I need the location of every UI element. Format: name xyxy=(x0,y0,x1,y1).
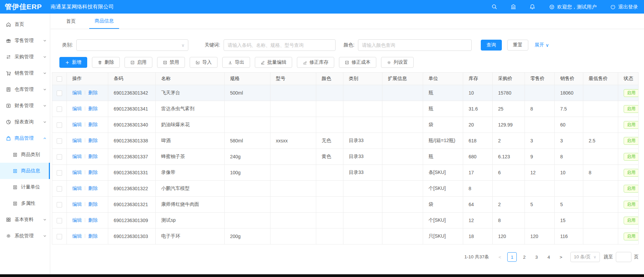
row-checkbox[interactable] xyxy=(57,170,62,176)
sidebar-item-attributes[interactable]: 多属性 xyxy=(0,195,50,212)
tab-product-info[interactable]: 商品信息 xyxy=(89,14,119,29)
keyword-input[interactable] xyxy=(224,39,336,51)
cell-model xyxy=(270,101,316,117)
prev-page-button[interactable]: < xyxy=(495,252,505,262)
row-checkbox[interactable] xyxy=(57,154,62,160)
cell-ext xyxy=(382,197,423,213)
page-button-2[interactable]: 2 xyxy=(519,252,529,262)
sidebar-item-sales[interactable]: 销售管理 xyxy=(0,65,50,81)
delete-link[interactable]: 删除 xyxy=(88,233,98,239)
delete-link[interactable]: 删除 xyxy=(88,90,98,95)
cell-actions: 编辑删除 xyxy=(67,165,108,181)
cell-min-price xyxy=(583,117,618,133)
cell-retail-price xyxy=(525,117,555,133)
cell-unit: 袋 xyxy=(423,117,463,133)
page-button-1[interactable]: 1 xyxy=(507,252,517,262)
edit-link[interactable]: 编辑 xyxy=(72,170,82,175)
cell-purchase-price: 120 xyxy=(493,229,525,244)
row-checkbox[interactable] xyxy=(57,234,62,239)
row-checkbox[interactable] xyxy=(57,122,62,128)
cell-stock: 8 xyxy=(463,181,493,197)
delete-link[interactable]: 删除 xyxy=(88,201,98,207)
logout-text: 退出登录 xyxy=(618,4,638,10)
delete-link[interactable]: 删除 xyxy=(88,185,98,191)
sidebar-item-finance[interactable]: 财务管理 xyxy=(0,98,50,114)
reset-button[interactable]: 重置 xyxy=(507,40,528,51)
edit-link[interactable]: 编辑 xyxy=(72,122,82,127)
delete-link[interactable]: 删除 xyxy=(88,154,98,159)
row-checkbox[interactable] xyxy=(57,106,62,112)
sidebar-item-products[interactable]: 商品管理 xyxy=(0,130,50,146)
edit-link[interactable]: 编辑 xyxy=(72,233,82,239)
fix-stock-button[interactable]: 修正库存 xyxy=(297,57,334,68)
sidebar-item-home[interactable]: 首页 xyxy=(0,16,50,33)
add-button[interactable]: 新增 xyxy=(59,57,87,68)
user-greeting[interactable]: 欢迎您，测试用户 xyxy=(549,4,596,10)
category-select[interactable]: ∨ xyxy=(76,39,188,51)
sidebar-item-basic-data[interactable]: 基本资料 xyxy=(0,212,50,228)
category-label: 类别: xyxy=(62,42,73,48)
row-checkbox[interactable] xyxy=(57,186,62,192)
sidebar-item-warehouse[interactable]: 仓库管理 xyxy=(0,81,50,98)
home-icon xyxy=(6,22,11,27)
edit-link[interactable]: 编辑 xyxy=(72,217,82,223)
disable-button[interactable]: 禁用 xyxy=(157,57,185,68)
cart-icon xyxy=(6,71,11,76)
edit-link[interactable]: 编辑 xyxy=(72,154,82,159)
sidebar-item-purchase[interactable]: 采购管理 xyxy=(0,49,50,65)
edit-link[interactable]: 编辑 xyxy=(72,90,82,95)
bank-icon[interactable] xyxy=(510,4,516,10)
enable-button[interactable]: 启用 xyxy=(125,57,152,68)
cell-status: 启用 xyxy=(618,149,639,165)
export-button[interactable]: 导出 xyxy=(222,57,250,68)
delete-link[interactable]: 删除 xyxy=(88,138,98,143)
cell-ext xyxy=(382,117,423,133)
cell-stock: 64 xyxy=(463,197,493,213)
sidebar-item-reports[interactable]: 报表查询 xyxy=(0,114,50,130)
cell-barcode: 6901236301331 xyxy=(108,165,156,181)
edit-link[interactable]: 编辑 xyxy=(72,185,82,191)
sidebar-item-product-category[interactable]: 商品类别 xyxy=(0,146,50,163)
page-button-4[interactable]: 4 xyxy=(544,252,553,262)
column-settings-button[interactable]: 列设置 xyxy=(381,57,414,68)
page-button-3[interactable]: 3 xyxy=(532,252,541,262)
import-button[interactable]: 导入 xyxy=(190,57,217,68)
sidebar-item-system[interactable]: 系统管理 xyxy=(0,228,50,244)
tab-home[interactable]: 首页 xyxy=(61,14,81,29)
sidebar-item-retail[interactable]: 零售管理 xyxy=(0,33,50,49)
fix-cost-button[interactable]: 修正成本 xyxy=(339,57,376,68)
search-icon[interactable] xyxy=(491,4,497,10)
cell-retail-price xyxy=(525,181,555,197)
cell-name: 测试sp xyxy=(156,213,225,229)
cell-min-price xyxy=(583,197,618,213)
expand-toggle[interactable]: 展开∨ xyxy=(535,42,549,48)
delete-link[interactable]: 删除 xyxy=(88,170,98,175)
search-button[interactable]: 查询 xyxy=(481,40,502,51)
select-all-checkbox[interactable] xyxy=(57,76,62,82)
sidebar-menu: 首页 零售管理 采购管理 销售管理 仓库管理 财务管理 报表查询 商品管理 商品… xyxy=(0,14,50,274)
cell-actions: 编辑删除 xyxy=(67,213,108,229)
row-checkbox[interactable] xyxy=(57,202,62,207)
table-row: 编辑删除 6901236301309 测试sp 个[SKU] 12 8 1 xyxy=(52,213,639,229)
sidebar-item-product-info[interactable]: 商品信息 xyxy=(0,163,50,179)
cell-unit: 只[SKU] xyxy=(423,229,463,244)
row-checkbox[interactable] xyxy=(57,218,62,223)
delete-button[interactable]: 删除 xyxy=(92,57,120,68)
delete-link[interactable]: 删除 xyxy=(88,217,98,223)
sidebar-item-units[interactable]: 计量单位 xyxy=(0,179,50,195)
next-page-button[interactable]: > xyxy=(556,252,566,262)
logout-button[interactable]: 退出登录 xyxy=(610,4,638,10)
row-checkbox[interactable] xyxy=(57,138,62,144)
edit-link[interactable]: 编辑 xyxy=(72,138,82,143)
jump-page-input[interactable] xyxy=(616,252,631,262)
batch-edit-button[interactable]: 批量编辑 xyxy=(255,57,292,68)
delete-link[interactable]: 删除 xyxy=(88,122,98,127)
bell-icon[interactable] xyxy=(529,4,535,10)
color-input[interactable] xyxy=(358,39,472,51)
row-checkbox[interactable] xyxy=(57,91,62,96)
page-size-select[interactable]: 10 条/页 ∨ xyxy=(570,252,600,262)
edit-link[interactable]: 编辑 xyxy=(72,201,82,207)
cell-retail-price: 12 xyxy=(525,165,555,181)
edit-link[interactable]: 编辑 xyxy=(72,106,82,111)
delete-link[interactable]: 删除 xyxy=(88,106,98,111)
